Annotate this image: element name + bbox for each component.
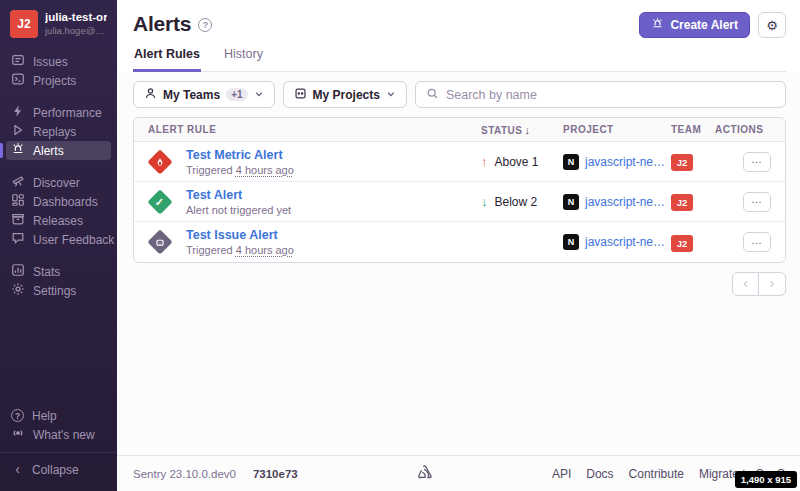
gear-icon (11, 282, 25, 299)
actions-cell: … (715, 232, 771, 252)
search-box (415, 81, 786, 108)
actions-cell: … (715, 192, 771, 212)
rule-cell: Test Issue Alert Triggered 4 hours ago (148, 227, 481, 257)
footer-left: Sentry 23.10.0.dev0 7310e73 (133, 468, 298, 480)
sidebar-item-stats[interactable]: Stats (6, 262, 111, 281)
performance-icon (11, 104, 25, 121)
sidebar-item-alerts[interactable]: Alerts (6, 141, 111, 160)
sort-desc-icon: ↓ (525, 124, 531, 136)
sidebar-item-label: Stats (33, 265, 60, 279)
column-status[interactable]: Status↓ (481, 124, 563, 136)
org-switcher[interactable]: J2 julia-test-org-2 … julia.hoge@sentry.… (0, 10, 117, 38)
pagination: ‹ › (133, 272, 786, 296)
row-actions-button[interactable]: … (743, 152, 771, 172)
sidebar-item-label: Alerts (33, 144, 64, 158)
project-link[interactable]: javascript-nextjs (585, 155, 671, 169)
project-icon (294, 87, 307, 103)
project-link[interactable]: javascript-nextjs (585, 195, 671, 209)
rule-text: Test Issue Alert Triggered 4 hours ago (186, 227, 294, 257)
issues-icon (11, 53, 25, 70)
pagination-prev-button[interactable]: ‹ (732, 272, 759, 296)
sidebar-item-performance[interactable]: Performance (6, 103, 111, 122)
rule-subtext: Alert not triggered yet (186, 203, 291, 217)
rule-text: Test Metric Alert Triggered 4 hours ago (186, 147, 294, 177)
sidebar-item-issues[interactable]: Issues (6, 52, 111, 71)
rule-cell: ✓ Test Alert Alert not triggered yet (148, 187, 481, 217)
footer-link-api[interactable]: API (552, 467, 571, 481)
org-meta: julia-test-org-2 … julia.hoge@sentry.io (45, 10, 107, 38)
nav-section-explore: Discover Dashboards Releases User Feedba… (0, 173, 117, 249)
build-hash[interactable]: 7310e73 (253, 468, 298, 480)
team-avatar[interactable]: J2 (671, 154, 693, 171)
nav-section-main: Issues Projects (0, 52, 117, 90)
sidebar-item-label: Issues (33, 55, 68, 69)
tab-bar: Alert Rules History (133, 47, 786, 72)
search-input[interactable] (446, 88, 775, 102)
table-header-row: Alert Rule Status↓ Project Team Actions (134, 118, 785, 142)
sidebar-item-help[interactable]: ? Help (6, 406, 111, 425)
title-help-icon[interactable]: ? (198, 18, 212, 32)
sidebar-item-replays[interactable]: Replays (6, 122, 111, 141)
sidebar-bottom: ? Help What's new ‹ Collapse (0, 406, 117, 483)
sidebar-item-label: Dashboards (33, 195, 98, 209)
siren-icon (651, 17, 664, 33)
active-accent-bar (0, 143, 3, 158)
sidebar-item-projects[interactable]: Projects (6, 71, 111, 90)
search-icon (426, 86, 439, 104)
team-avatar[interactable]: J2 (671, 194, 693, 211)
sidebar-item-whats-new[interactable]: What's new (6, 425, 111, 444)
dashboards-icon (11, 193, 25, 210)
sidebar-collapse-button[interactable]: ‹ Collapse (6, 460, 111, 479)
main-content: Alerts ? Create Alert ⚙ Alert Rules Hist… (117, 0, 800, 491)
teams-filter-dropdown[interactable]: My Teams +1 (133, 81, 275, 108)
create-alert-button[interactable]: Create Alert (639, 12, 750, 38)
projects-filter-dropdown[interactable]: My Projects (283, 81, 407, 108)
timeago[interactable]: 4 hours ago (236, 244, 294, 256)
project-link[interactable]: javascript-nextjs (585, 235, 671, 249)
sidebar-item-settings[interactable]: Settings (6, 281, 111, 300)
sidebar-item-dashboards[interactable]: Dashboards (6, 192, 111, 211)
org-avatar[interactable]: J2 (10, 10, 38, 38)
alert-rule-link[interactable]: Test Metric Alert (186, 147, 294, 163)
sidebar-item-user-feedback[interactable]: User Feedback (6, 230, 111, 249)
arrow-up-icon: ↑ (481, 154, 488, 169)
footer-center (298, 464, 552, 484)
sidebar-item-label: Settings (33, 284, 76, 298)
team-avatar[interactable]: J2 (671, 235, 693, 252)
table-row: ✓ Test Alert Alert not triggered yet ↓ B… (134, 182, 785, 222)
nav-section-perf: Performance Replays Alerts (0, 103, 117, 160)
nav-section-stats: Stats Settings (0, 262, 117, 300)
sidebar-item-label: Projects (33, 74, 76, 88)
footer-link-docs[interactable]: Docs (586, 467, 613, 481)
footer-link-contribute[interactable]: Contribute (629, 467, 684, 481)
timeago[interactable]: 4 hours ago (236, 164, 294, 176)
row-actions-button[interactable]: … (743, 192, 771, 212)
org-name: julia-test-org-2 … (45, 10, 107, 25)
team-cell: J2 (671, 152, 715, 171)
tab-alert-rules[interactable]: Alert Rules (133, 47, 201, 72)
sidebar-item-label: Replays (33, 125, 76, 139)
help-icon: ? (11, 409, 24, 422)
sidebar-item-label: Help (32, 409, 57, 423)
sidebar-item-label: Discover (33, 176, 80, 190)
row-actions-button[interactable]: … (743, 232, 771, 252)
sidebar: J2 julia-test-org-2 … julia.hoge@sentry.… (0, 0, 117, 491)
check-icon: ✓ (155, 196, 164, 207)
alert-rule-link[interactable]: Test Alert (186, 187, 291, 203)
tab-history[interactable]: History (223, 47, 264, 72)
sidebar-item-discover[interactable]: Discover (6, 173, 111, 192)
resolution-badge: 1,490 x 915 (735, 471, 797, 488)
sidebar-item-label: Releases (33, 214, 83, 228)
page-title-text: Alerts (133, 12, 191, 36)
footer: Sentry 23.10.0.dev0 7310e73 API Docs Con… (117, 455, 800, 491)
status-cell: ↑ Above 1 (481, 154, 563, 169)
sidebar-item-releases[interactable]: Releases (6, 211, 111, 230)
header-actions: Create Alert ⚙ (639, 12, 786, 38)
teams-filter-label: My Teams (163, 88, 220, 102)
pagination-next-button[interactable]: › (759, 272, 786, 296)
alerts-settings-button[interactable]: ⚙ (758, 12, 786, 38)
alert-rule-link[interactable]: Test Issue Alert (186, 227, 294, 243)
status-value: Above 1 (495, 155, 539, 169)
nextjs-platform-icon: N (563, 194, 579, 210)
project-cell: N javascript-nextjs (563, 154, 671, 170)
